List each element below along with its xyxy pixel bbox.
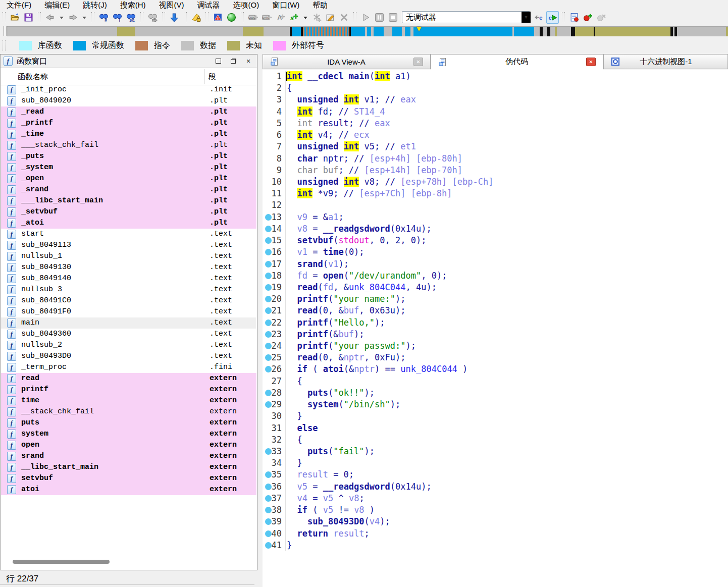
functions-hscrollbar[interactable] [2,555,256,568]
code-text[interactable]: int result; // eax [286,118,390,128]
code-line[interactable]: 39 sub_80493D0(v4); [263,516,728,527]
function-row[interactable]: f__libc_start_mainextern [1,462,256,473]
toolbar-grip[interactable] [140,12,143,22]
nav-back-icon[interactable] [44,11,57,24]
navigator-ball-icon[interactable] [225,11,238,24]
code-text[interactable]: v4 = v5 ^ v8; [286,493,365,503]
patch-icon[interactable] [310,11,323,24]
function-row[interactable]: fnullsub_1.text [1,251,256,262]
code-text[interactable]: system("/bin/sh"); [286,399,400,409]
function-row[interactable]: ftimeextern [1,395,256,406]
code-text[interactable]: v9 = &a1; [286,212,344,222]
jump-address-icon[interactable] [168,11,181,24]
create-struct-icon[interactable]: s [288,11,300,24]
legend-grip[interactable] [3,40,6,50]
code-text[interactable]: puts("fail"); [286,446,375,456]
search-text-icon[interactable]: T [111,11,124,24]
breakpoint-delete-icon[interactable] [595,11,608,24]
code-text[interactable]: v1 = time(0); [286,247,365,257]
code-text[interactable]: else [286,423,318,433]
function-row[interactable]: f_term_proc.fini [1,362,256,373]
function-row[interactable]: f_printf.plt [1,118,256,129]
function-row[interactable]: fsrandextern [1,451,256,462]
function-row[interactable]: fmain.text [1,317,256,329]
code-line[interactable]: 36 v5 = __readgsdword(0x14u); [263,481,728,493]
edit-icon[interactable] [324,11,337,24]
code-line[interactable]: 24 printf("your passwd:"); [263,340,728,352]
code-line[interactable]: 14 v8 = __readgsdword(0x14u); [263,223,728,235]
code-line[interactable]: 5 int result; // eax [263,118,728,129]
function-row[interactable]: f_puts.plt [1,151,256,162]
search-immediate-icon[interactable]: 101 [125,11,137,24]
nav-back-caret-icon[interactable] [58,11,66,24]
code-line[interactable]: 31 else [263,422,728,434]
function-row[interactable]: fnullsub_2.text [1,340,256,351]
code-line[interactable]: 8 char nptr; // [esp+4h] [ebp-80h] [263,153,728,165]
tab-close-icon[interactable]: ✕ [413,58,423,66]
function-row[interactable]: fprintfextern [1,384,256,395]
function-row[interactable]: f_open.plt [1,173,256,184]
code-text[interactable]: if ( v5 != v8 ) [286,505,375,515]
code-text[interactable]: if ( atoi(&nptr) == unk_804C044 ) [286,364,467,374]
code-line[interactable]: 25 read(0, &nptr, 0xFu); [263,352,728,363]
toolbar-grip[interactable] [184,12,187,22]
problems-icon[interactable] [212,11,224,24]
code-text[interactable]: int fd; // ST14_4 [286,106,385,117]
code-text[interactable]: unsigned int v5; // et1 [286,141,416,151]
column-segment[interactable]: 段 [209,72,216,82]
menu-item[interactable]: 选项(O) [226,0,266,10]
function-row[interactable]: f_system.plt [1,162,256,173]
tab-IDA View-A[interactable]: IDA View-A✕ [263,54,431,69]
create-data-icon[interactable]: DATA [261,11,273,24]
code-text[interactable]: } [286,411,302,421]
code-text[interactable]: result = 0; [286,469,354,479]
code-line[interactable]: 7 unsigned int v5; // et1 [263,141,728,152]
function-row[interactable]: fsub_80493D0.text [1,351,256,362]
search-again-icon[interactable] [146,11,159,24]
code-text[interactable]: { [286,83,292,93]
menu-item[interactable]: 编辑(E) [38,0,76,10]
code-text[interactable]: printf("Hello,"); [286,317,385,328]
code-text[interactable]: printf(&buf); [286,329,365,339]
toolbar-grip[interactable] [205,12,209,22]
debug-stop-icon[interactable] [387,11,399,24]
code-line[interactable]: 6 int v4; // ecx [263,129,728,141]
toolbar-grip[interactable] [91,12,94,22]
nav-forward-icon[interactable] [67,11,79,24]
toolbar-grip[interactable] [241,12,244,22]
code-text[interactable]: int v4; // ecx [286,130,370,140]
function-row[interactable]: f_time.plt [1,129,256,140]
code-line[interactable]: 41} [263,540,728,551]
tab-十六进制视图-1[interactable]: 十六进制视图-1 [603,54,728,69]
toolbar-grip[interactable] [353,12,356,22]
code-text[interactable]: v8 = __readgsdword(0x14u); [286,224,432,234]
function-row[interactable]: fsub_80491F0.text [1,306,256,317]
debug-play-icon[interactable] [359,11,372,24]
code-text[interactable]: fd = open("/dev/urandom", 0); [286,271,447,281]
function-row[interactable]: fopenextern [1,440,256,451]
code-line[interactable]: 28 puts("ok!!"); [263,387,728,399]
code-line[interactable]: 34 } [263,457,728,469]
function-row[interactable]: fsub_8049360.text [1,329,256,340]
function-row[interactable]: f_setvbuf.plt [1,206,256,218]
function-row[interactable]: fsub_8049130.text [1,262,256,273]
struct-caret-icon[interactable] [301,11,309,24]
code-line[interactable]: 3 unsigned int v1; // eax [263,94,728,105]
code-text[interactable]: { [286,435,302,445]
code-text[interactable]: printf("your name:"); [286,294,405,304]
highlight-lock-icon[interactable] [190,11,202,24]
code-line[interactable]: 17 srand(v1); [263,258,728,270]
code-line[interactable]: 9 char buf; // [esp+14h] [ebp-70h] [263,165,728,176]
code-line[interactable]: 10 unsigned int v8; // [esp+78h] [ebp-Ch… [263,176,728,188]
open-file-icon[interactable] [9,11,21,24]
code-line[interactable]: 16 v1 = time(0); [263,246,728,258]
code-line[interactable]: 1int __cdecl main(int a1) [263,71,728,82]
delete-icon[interactable] [338,11,350,24]
chevron-down-icon[interactable]: ▼ [522,12,531,23]
functions-window-titlebar[interactable]: f 函数窗口 × [1,55,257,68]
code-text[interactable]: return result; [286,528,370,539]
create-code-icon[interactable]: CODE [247,11,259,24]
code-line[interactable]: 22 printf("Hello,"); [263,317,728,329]
code-text[interactable]: } [286,458,302,468]
code-line[interactable]: 18 fd = open("/dev/urandom", 0); [263,270,728,282]
